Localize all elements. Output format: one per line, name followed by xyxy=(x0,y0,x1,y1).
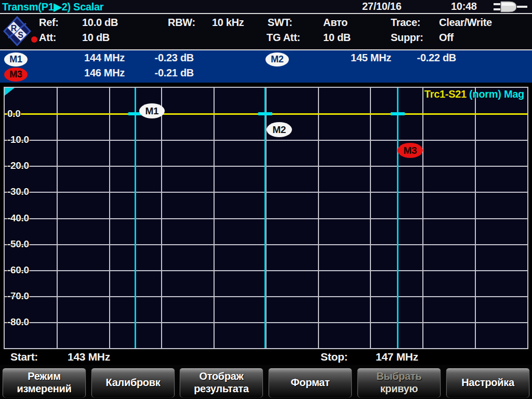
start-label: Start: xyxy=(10,351,38,363)
softkey-bar: Режим измерений Калибровк Отображ резуль… xyxy=(0,365,532,399)
measurement-title: Transm(P1▶2) Scalar xyxy=(2,1,103,13)
gridline xyxy=(5,166,527,167)
gridline xyxy=(5,244,527,245)
softkey-select-trace-disabled: Выбрать кривую xyxy=(357,368,441,398)
swt-label: SWT: xyxy=(268,17,292,29)
marker-m3-line[interactable] xyxy=(397,88,398,348)
gridline xyxy=(5,270,527,271)
rbw-label: RBW: xyxy=(168,17,195,29)
softkey-label: Настройка xyxy=(461,377,514,389)
marker-m3-tick xyxy=(391,112,405,115)
trace-mode-value: Clear/Write xyxy=(439,17,492,29)
att-value: 10 dB xyxy=(82,32,110,44)
ytick-label: -70.0 xyxy=(7,290,29,302)
softkey-label: Отображ xyxy=(199,370,243,383)
suppr-label: Suppr: xyxy=(391,32,423,44)
trace-legend: Trc1-S21 (norm) Mag xyxy=(424,88,524,100)
softkey-label: кривую xyxy=(380,383,418,395)
ref-label: Ref: xyxy=(39,17,59,29)
suppr-value: Off xyxy=(439,32,454,44)
marker-m2-frequency: 145 MHz xyxy=(312,52,391,64)
softkey-measurement-mode[interactable]: Режим измерений xyxy=(2,368,86,398)
start-frequency: 143 MHz xyxy=(68,351,110,363)
softkey-setup[interactable]: Настройка xyxy=(446,368,530,398)
marker-badge-m3[interactable]: M3 xyxy=(4,68,28,82)
ref-value: 10.0 dB xyxy=(82,17,118,29)
marker-m1-frequency: 144 MHz xyxy=(47,52,125,64)
time-display: 10:48 xyxy=(451,1,477,12)
svg-text:S: S xyxy=(18,31,23,39)
swt-value: Авто xyxy=(323,17,348,29)
trace-name: Trc1-S21 xyxy=(424,88,467,100)
rbw-value: 10 kHz xyxy=(212,17,244,29)
marker-m1-bubble[interactable]: M1 xyxy=(139,103,165,118)
ytick-label: -20.0 xyxy=(7,160,29,171)
trace-format: (norm) Mag xyxy=(467,88,524,100)
ytick-label: -10.0 xyxy=(7,134,29,145)
tg-att-label: TG Att: xyxy=(267,32,300,44)
marker-m3-frequency: 146 MHz xyxy=(47,67,125,79)
marker-badge-m2[interactable]: M2 xyxy=(265,52,289,66)
tg-att-value: 10 dB xyxy=(323,32,351,44)
ytick-label: -40.0 xyxy=(7,212,29,224)
marker-m2-tick xyxy=(258,112,272,115)
gridline xyxy=(5,322,527,323)
softkey-result-display[interactable]: Отображ результата xyxy=(179,368,263,398)
att-indicator-dot xyxy=(31,36,37,43)
softkey-label: результата xyxy=(194,383,249,395)
softkey-label: Выбрать xyxy=(376,370,421,383)
marker-m2-bubble[interactable]: M2 xyxy=(267,122,292,137)
gridline xyxy=(5,218,527,219)
marker-m3-level: -0.21 dB xyxy=(132,67,194,79)
ytick-label: 0.0 xyxy=(7,108,21,119)
marker-badge-m1[interactable]: M1 xyxy=(4,52,28,66)
trace-mode-label: Trace: xyxy=(391,17,420,29)
marker-m1-level: -0.23 dB xyxy=(132,52,194,64)
softkey-label: Калибровк xyxy=(106,377,161,389)
softkey-format[interactable]: Формат xyxy=(268,368,352,398)
ytick-label: -80.0 xyxy=(7,316,29,328)
gridline xyxy=(5,192,527,193)
gridline xyxy=(5,296,527,297)
ytick-label: -50.0 xyxy=(7,238,29,250)
softkey-label: Формат xyxy=(291,377,330,389)
marker-m1-line[interactable] xyxy=(135,88,136,348)
date-display: 27/10/16 xyxy=(362,1,401,12)
ytick-label: -60.0 xyxy=(7,264,29,276)
marker-m3-bubble[interactable]: M3 xyxy=(397,143,423,158)
att-label: Att: xyxy=(39,32,56,44)
rohde-schwarz-logo: R S xyxy=(2,15,32,50)
title-bar: Transm(P1▶2) Scalar 27/10/16 10:48 xyxy=(0,0,532,13)
stop-frequency: 147 MHz xyxy=(376,351,418,363)
softkey-label: измерений xyxy=(17,383,72,395)
svg-text:R: R xyxy=(11,24,17,33)
marker-m2-level: -0.22 dB xyxy=(395,52,456,64)
trace-plot-area: 0.0 -10.0 -20.0 -30.0 -40.0 -50.0 -60.0 … xyxy=(4,87,528,349)
softkey-label: Режим xyxy=(28,370,60,383)
marker-table: M1 144 MHz -0.23 dB M2 145 MHz -0.22 dB … xyxy=(0,50,532,83)
trace-corner-indicator-icon xyxy=(5,88,15,98)
settings-header: R S Ref: 10.0 dB RBW: 10 kHz SWT: Авто T… xyxy=(0,14,532,49)
gridline xyxy=(5,140,527,141)
marker-m2-line[interactable] xyxy=(264,88,266,348)
ytick-label: -30.0 xyxy=(7,186,29,197)
softkey-calibration[interactable]: Калибровк xyxy=(91,368,175,398)
frequency-range-row: Start: 143 MHz Stop: 147 MHz xyxy=(0,349,532,365)
stop-label: Stop: xyxy=(321,351,348,363)
